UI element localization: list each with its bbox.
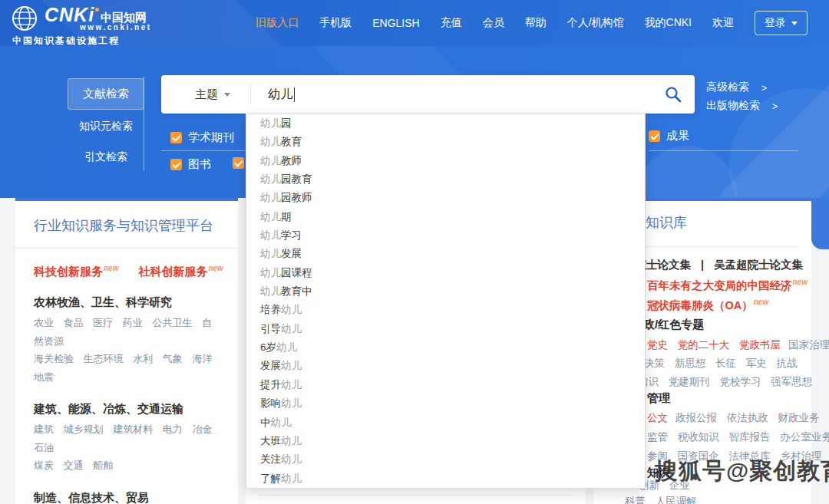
tab-citation-search[interactable]: 引文检索: [68, 150, 144, 164]
chevron-right-icon: [772, 100, 778, 112]
topic-links-row[interactable]: 监管 税收知识 智库报告 办公室业务: [647, 430, 829, 444]
brand-dot-icon: [95, 8, 99, 12]
suggestion-item[interactable]: 幼儿园教育: [246, 170, 645, 189]
advanced-search-link[interactable]: 高级检索: [706, 81, 778, 94]
tab-knowledge-element-search[interactable]: 知识元检索: [68, 120, 144, 133]
brand-cn-text: 中国知网: [101, 11, 147, 24]
suggestion-item[interactable]: 提升幼儿: [246, 376, 645, 394]
category-links-row[interactable]: 海关检验 生态环境 水利 气象 海洋 地震: [34, 350, 220, 386]
suggestion-item[interactable]: 幼儿教育中: [246, 282, 645, 301]
topic-links-row[interactable]: 科普 人民调解: [625, 495, 697, 504]
caret-down-icon: [224, 93, 230, 97]
filter-divider: [649, 150, 798, 151]
category-manufacturing-it-trade: 制造、信息技术、贸易 汽车 机械 航空 航天 民用航空 电子 电气 家电 化工 …: [34, 491, 220, 504]
cnki-homepage: CNKi中国知网 www.cnki.net 中国知识基础设施工程 旧版入口 手机…: [0, 0, 829, 504]
suggestion-item[interactable]: 幼儿教师: [246, 152, 645, 170]
tab-literature-search[interactable]: 文献检索: [68, 78, 144, 110]
service-links: 科技创新服务new 社科创新服务new: [34, 264, 238, 279]
category-construction-energy: 建筑、能源、冶炼、交通运输 建筑 城乡规划 建筑材料 电力 冶金 石油 煤炭 交…: [34, 402, 220, 475]
brand-slogan: 中国知识基础设施工程: [12, 35, 152, 46]
suggestion-item[interactable]: 发展幼儿: [246, 357, 645, 375]
suggestion-item[interactable]: 幼儿学习: [246, 226, 645, 245]
category-links-row[interactable]: 农业 食品 医疗 药业 公共卫生 自然资源: [34, 314, 220, 350]
industry-knowledge-panel: 行业知识服务与知识管理平台 科技创新服务new 社科创新服务new 农林牧渔、卫…: [15, 198, 238, 504]
publication-search-link[interactable]: 出版物检索: [706, 99, 778, 113]
checkbox-checked-icon[interactable]: [170, 159, 182, 170]
suggestion-item[interactable]: 幼儿园课程: [246, 264, 645, 282]
new-badge: new: [208, 264, 223, 272]
suggestion-item[interactable]: 大班幼儿: [246, 432, 645, 450]
nav-help[interactable]: 帮助: [525, 16, 547, 30]
brand-text: CNKi: [45, 4, 94, 25]
new-badge: new: [793, 278, 808, 286]
middle-panel-divider: [259, 495, 573, 496]
featured-economy-link[interactable]: 百年未有之大变局的中国经济new: [647, 278, 808, 293]
social-sci-innovation-link[interactable]: 社科创新服务new: [138, 264, 223, 279]
topic-links-row[interactable]: 决策 新思想 长征 军史 抗战: [644, 357, 798, 371]
category-links-row[interactable]: 煤炭 交通 船舶: [34, 456, 220, 475]
nav-recharge[interactable]: 充值: [441, 16, 462, 30]
filter-academic-journal[interactable]: 学术期刊: [170, 130, 234, 145]
nav-old-version[interactable]: 旧版入口: [256, 16, 299, 30]
academician-collections-link[interactable]: 平院士论文集 | 吴孟超院士论文集: [624, 258, 803, 272]
suggestion-item[interactable]: 6岁幼儿: [246, 338, 645, 357]
watermark-text: 搜狐号@聚创教育: [655, 456, 829, 487]
checkbox-checked-icon[interactable]: [170, 132, 182, 143]
login-button[interactable]: 登录: [755, 11, 808, 35]
nav-mobile[interactable]: 手机版: [319, 16, 352, 30]
text-cursor: [294, 87, 295, 102]
filter-partial-checkbox[interactable]: [233, 157, 244, 169]
caret-down-icon: [791, 21, 798, 25]
topic-links-row[interactable]: 公文政报公报 依法执政 财政业务: [647, 411, 820, 425]
filter-achievements[interactable]: 成果: [649, 129, 689, 143]
decor-circle: [637, 146, 737, 198]
panel-title: 行业知识服务与知识管理平台: [34, 216, 238, 235]
suggestion-item[interactable]: 幼儿园: [246, 114, 645, 133]
suggestion-item[interactable]: 幼儿发展: [246, 245, 645, 263]
divider: [15, 248, 238, 249]
nav-personal-institution[interactable]: 个人/机构馆: [567, 16, 624, 30]
suggestion-item[interactable]: 幼儿教育: [246, 133, 645, 151]
topic-links-row[interactable]: 知识 党建期刊 党校学习 强军思想: [638, 375, 812, 389]
chevron-right-icon: [761, 81, 767, 94]
nav-welcome: 欢迎: [712, 16, 734, 30]
top-nav: 旧版入口 手机版 ENGLISH 充值 会员 帮助 个人/机构馆 我的CNKI …: [256, 0, 808, 46]
suggestion-item[interactable]: 中幼儿: [246, 413, 645, 432]
hero-corner-decor: [811, 198, 829, 249]
suggestion-item[interactable]: 培养幼儿: [246, 301, 645, 319]
filter-divider: [161, 150, 246, 151]
section-red-topics-title: 政/红色专题: [643, 318, 704, 332]
search-suggestions-dropdown: 幼儿园 幼儿教育 幼儿教师 幼儿园教育 幼儿园教师 幼儿期 幼儿学习 幼儿发展 …: [246, 114, 646, 489]
filter-books[interactable]: 图书: [170, 157, 211, 172]
sci-tech-innovation-link[interactable]: 科技创新服务new: [34, 264, 118, 279]
topic-links-row[interactable]: 党史 党的二十大 党政书屋国家治理: [647, 338, 829, 352]
search-bar[interactable]: 主题 幼儿: [161, 75, 695, 114]
suggestion-item[interactable]: 关注幼儿: [246, 450, 645, 469]
category-agri-health-science: 农林牧渔、卫生、科学研究 农业 食品 医疗 药业 公共卫生 自然资源 海关检验 …: [34, 295, 220, 386]
suggestion-item[interactable]: 影响幼儿: [246, 394, 645, 413]
suggestion-item[interactable]: 幼儿园教师: [246, 189, 645, 207]
brand-url: www.cnki.net: [80, 23, 152, 31]
globe-icon: [11, 5, 38, 32]
nav-my-cnki[interactable]: 我的CNKI: [645, 16, 692, 30]
checkbox-checked-icon[interactable]: [649, 130, 660, 142]
cnki-logo[interactable]: CNKi中国知网 www.cnki.net 中国知识基础设施工程: [11, 5, 152, 46]
top-header: CNKi中国知网 www.cnki.net 中国知识基础设施工程 旧版入口 手机…: [0, 0, 829, 46]
nav-english[interactable]: ENGLISH: [372, 17, 419, 29]
new-badge: new: [754, 298, 768, 306]
featured-covid-link[interactable]: 冠状病毒肺炎（OA）new: [647, 298, 768, 313]
new-badge: new: [104, 264, 118, 272]
checkbox-checked-icon[interactable]: [233, 157, 244, 169]
section-management-title: 管理: [647, 391, 670, 406]
search-extra-links: 高级检索 出版物检索: [706, 81, 778, 117]
suggestion-item[interactable]: 了解幼儿: [246, 469, 645, 488]
nav-member[interactable]: 会员: [483, 16, 504, 30]
search-icon[interactable]: [664, 85, 682, 104]
tab-divider: [144, 77, 144, 170]
suggestion-item[interactable]: 幼儿期: [246, 208, 645, 226]
category-links-row[interactable]: 建筑 城乡规划 建筑材料 电力 冶金 石油: [34, 420, 220, 456]
search-input[interactable]: 幼儿: [268, 87, 292, 103]
search-divider: [250, 84, 251, 104]
search-field-selector[interactable]: 主题: [195, 87, 230, 102]
suggestion-item[interactable]: 引导幼儿: [246, 320, 645, 338]
